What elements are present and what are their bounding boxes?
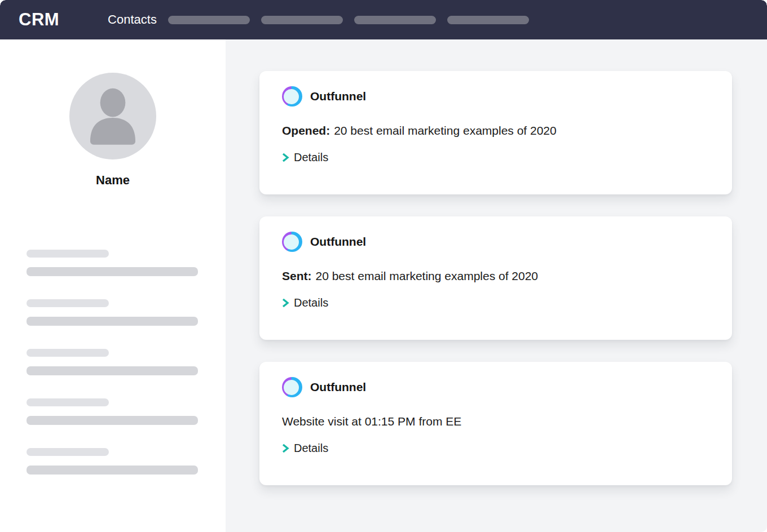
placeholder-value-bar <box>27 416 198 425</box>
activity-type: Opened: <box>282 124 330 137</box>
nav-placeholder-item[interactable] <box>261 16 343 24</box>
person-icon <box>69 73 156 159</box>
activity-card: Outfunnel Website visit at 01:15 PM from… <box>259 362 732 485</box>
activity-text: Website visit at 01:15 PM from EE <box>282 415 461 428</box>
details-label: Details <box>294 151 328 164</box>
activity-feed: Outfunnel Opened:20 best email marketing… <box>226 39 767 532</box>
chevron-right-icon <box>282 444 289 453</box>
outfunnel-logo-icon <box>282 86 302 107</box>
activity-message: Opened:20 best email marketing examples … <box>282 124 709 138</box>
activity-message: Website visit at 01:15 PM from EE <box>282 415 709 428</box>
card-header: Outfunnel <box>282 86 709 107</box>
placeholder-label-bar <box>27 250 109 258</box>
nav-item-contacts[interactable]: Contacts <box>108 12 157 27</box>
placeholder-label-bar <box>27 349 109 357</box>
placeholder-label-bar <box>27 398 109 406</box>
app-name: Outfunnel <box>310 380 366 394</box>
placeholder-field <box>27 448 198 475</box>
details-label: Details <box>294 296 328 309</box>
outfunnel-logo-icon <box>282 377 302 397</box>
details-label: Details <box>294 442 328 455</box>
crm-window: CRM Contacts Name <box>0 0 767 532</box>
outfunnel-logo-icon <box>282 232 302 252</box>
placeholder-label-bar <box>27 448 109 456</box>
placeholder-label-bar <box>27 299 109 307</box>
chevron-right-icon <box>282 153 289 162</box>
contact-detail-placeholders <box>0 250 226 475</box>
card-header: Outfunnel <box>282 377 709 397</box>
activity-text: 20 best email marketing examples of 2020 <box>334 124 557 137</box>
activity-message: Sent:20 best email marketing examples of… <box>282 269 709 283</box>
activity-card: Outfunnel Opened:20 best email marketing… <box>259 71 732 194</box>
placeholder-field <box>27 299 198 326</box>
placeholder-field <box>27 349 198 375</box>
placeholder-value-bar <box>27 466 198 475</box>
placeholder-value-bar <box>27 267 198 276</box>
top-navbar: CRM Contacts <box>0 0 767 39</box>
chevron-right-icon <box>282 298 289 308</box>
details-link[interactable]: Details <box>282 442 328 455</box>
avatar <box>69 73 156 159</box>
crm-logo: CRM <box>19 10 59 30</box>
contact-name: Name <box>0 173 226 188</box>
activity-text: 20 best email marketing examples of 2020 <box>316 269 539 282</box>
app-name: Outfunnel <box>310 90 366 103</box>
activity-type: Sent: <box>282 269 312 282</box>
details-link[interactable]: Details <box>282 151 328 164</box>
nav-placeholder-item[interactable] <box>354 16 436 24</box>
contact-sidebar: Name <box>0 39 226 532</box>
nav-placeholder-item[interactable] <box>447 16 529 24</box>
nav-placeholder-group <box>168 16 529 24</box>
details-link[interactable]: Details <box>282 296 328 309</box>
app-name: Outfunnel <box>310 235 366 249</box>
placeholder-value-bar <box>27 366 198 375</box>
placeholder-field <box>27 250 198 276</box>
card-header: Outfunnel <box>282 232 709 252</box>
nav-placeholder-item[interactable] <box>168 16 250 24</box>
placeholder-value-bar <box>27 317 198 326</box>
activity-card: Outfunnel Sent:20 best email marketing e… <box>259 216 732 340</box>
placeholder-field <box>27 398 198 425</box>
